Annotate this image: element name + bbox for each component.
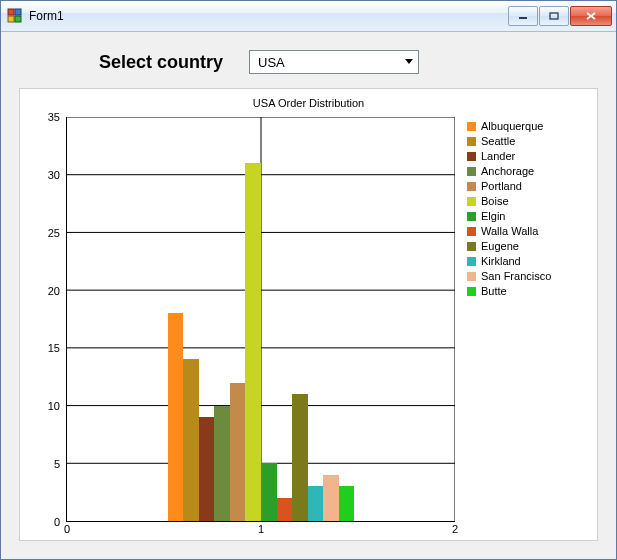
chart-body: 05101520253035 012 AlbuquerqueSeattleLan… — [30, 117, 587, 522]
x-tick-label: 2 — [452, 523, 458, 535]
y-tick-label: 10 — [48, 400, 60, 412]
legend-swatch — [467, 137, 476, 146]
legend: AlbuquerqueSeattleLanderAnchoragePortlan… — [455, 117, 587, 522]
y-tick-label: 5 — [54, 458, 60, 470]
minimize-icon — [518, 12, 528, 20]
legend-swatch — [467, 167, 476, 176]
legend-swatch — [467, 272, 476, 281]
legend-item: Butte — [467, 284, 587, 299]
bar — [308, 486, 324, 521]
legend-label: San Francisco — [481, 269, 551, 284]
legend-label: Albuquerque — [481, 119, 543, 134]
legend-item: Boise — [467, 194, 587, 209]
chart-panel: USA Order Distribution 05101520253035 01… — [19, 88, 598, 541]
y-tick-label: 35 — [48, 111, 60, 123]
bar — [245, 163, 261, 521]
bar — [214, 406, 230, 521]
legend-item: Kirkland — [467, 254, 587, 269]
x-tick-label: 0 — [64, 523, 70, 535]
x-tick-label: 1 — [258, 523, 264, 535]
legend-label: Seattle — [481, 134, 515, 149]
y-tick-label: 25 — [48, 227, 60, 239]
close-button[interactable] — [570, 6, 612, 26]
titlebar[interactable]: Form1 — [1, 1, 616, 32]
svg-rect-2 — [8, 16, 14, 22]
chevron-down-icon — [404, 57, 414, 67]
legend-swatch — [467, 152, 476, 161]
legend-item: San Francisco — [467, 269, 587, 284]
legend-label: Elgin — [481, 209, 505, 224]
country-select[interactable]: USA — [249, 50, 419, 74]
y-tick-label: 20 — [48, 285, 60, 297]
legend-label: Butte — [481, 284, 507, 299]
window-title: Form1 — [29, 9, 502, 23]
y-tick-label: 0 — [54, 516, 60, 528]
legend-swatch — [467, 197, 476, 206]
legend-item: Seattle — [467, 134, 587, 149]
chart-title: USA Order Distribution — [20, 89, 597, 113]
client-area: Select country USA USA Order Distributio… — [1, 32, 616, 559]
bar — [183, 359, 199, 521]
bar — [168, 313, 184, 521]
legend-label: Lander — [481, 149, 515, 164]
legend-swatch — [467, 242, 476, 251]
legend-label: Anchorage — [481, 164, 534, 179]
bar — [230, 383, 246, 522]
y-tick-label: 30 — [48, 169, 60, 181]
svg-rect-1 — [15, 9, 21, 15]
legend-swatch — [467, 212, 476, 221]
legend-swatch — [467, 227, 476, 236]
bar — [292, 394, 308, 521]
window-controls — [508, 6, 612, 26]
legend-item: Eugene — [467, 239, 587, 254]
plot-area: 012 — [66, 117, 455, 522]
maximize-button[interactable] — [539, 6, 569, 26]
bar — [323, 475, 339, 521]
minimize-button[interactable] — [508, 6, 538, 26]
x-axis: 012 — [67, 523, 455, 537]
legend-swatch — [467, 287, 476, 296]
app-window: Form1 Select country USA — [0, 0, 617, 560]
legend-swatch — [467, 182, 476, 191]
svg-rect-5 — [550, 13, 558, 19]
legend-label: Walla Walla — [481, 224, 538, 239]
y-axis: 05101520253035 — [30, 117, 66, 522]
controls-row: Select country USA — [19, 46, 598, 88]
app-icon — [7, 8, 23, 24]
legend-item: Lander — [467, 149, 587, 164]
y-tick-label: 15 — [48, 342, 60, 354]
bar — [277, 498, 293, 521]
country-select-value: USA — [258, 55, 285, 70]
plot-wrap: 05101520253035 012 — [30, 117, 455, 522]
bar — [261, 463, 277, 521]
svg-rect-3 — [15, 16, 21, 22]
legend-label: Kirkland — [481, 254, 521, 269]
legend-item: Walla Walla — [467, 224, 587, 239]
legend-item: Anchorage — [467, 164, 587, 179]
bar-group — [67, 117, 455, 521]
legend-item: Portland — [467, 179, 587, 194]
bar — [339, 486, 355, 521]
country-label: Select country — [99, 52, 223, 73]
legend-label: Portland — [481, 179, 522, 194]
legend-item: Albuquerque — [467, 119, 587, 134]
legend-label: Boise — [481, 194, 509, 209]
bar — [199, 417, 215, 521]
close-icon — [586, 12, 596, 20]
svg-rect-0 — [8, 9, 14, 15]
legend-label: Eugene — [481, 239, 519, 254]
legend-swatch — [467, 122, 476, 131]
svg-rect-4 — [519, 17, 527, 19]
legend-item: Elgin — [467, 209, 587, 224]
maximize-icon — [549, 12, 559, 20]
legend-swatch — [467, 257, 476, 266]
